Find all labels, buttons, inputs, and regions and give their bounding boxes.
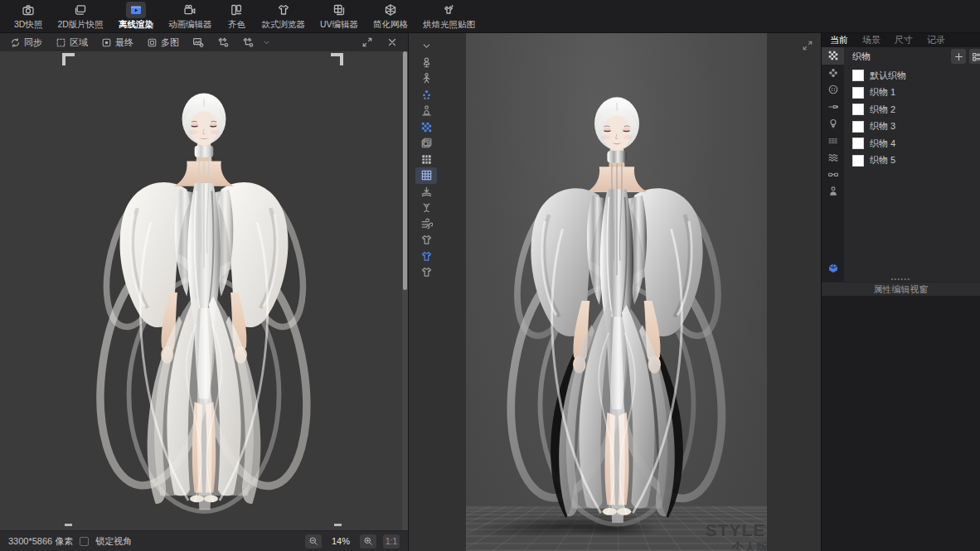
show-cloth-icon[interactable] <box>415 232 437 249</box>
list-view-icon <box>972 51 980 62</box>
list-view-toggle-button[interactable] <box>969 49 980 64</box>
object-type-strip <box>822 47 844 282</box>
fabric-swatch[interactable] <box>852 138 864 149</box>
cube-3d-icon[interactable] <box>822 260 844 278</box>
show-bone-icon[interactable] <box>415 70 437 87</box>
zipper-category-icon[interactable] <box>822 99 844 116</box>
actual-size-button[interactable]: 1:1 <box>383 534 400 549</box>
garment-settings-button[interactable] <box>212 34 234 51</box>
fabric-list-item[interactable]: 织物 5 <box>852 152 980 170</box>
crop-marker-bottom-right <box>334 524 342 526</box>
fabric-list-item[interactable]: 默认织物 <box>852 67 980 85</box>
crop-marker-bottom-left <box>65 524 72 526</box>
toolbar-label: UV编辑器 <box>320 19 358 31</box>
toolbar-item-2d-snapshot[interactable]: 2D版片快照 <box>50 0 110 33</box>
preview-scrollbar-thumb[interactable] <box>403 51 407 290</box>
fabric-swatch[interactable] <box>852 87 864 99</box>
zoom-level-value: 14% <box>328 536 353 546</box>
fabric-swatch[interactable] <box>852 70 864 81</box>
multi-image-icon <box>147 37 158 48</box>
viewport-expand-button[interactable] <box>802 40 813 51</box>
image-settings-button[interactable] <box>187 34 209 51</box>
toolbar-label: 款式浏览器 <box>261 19 305 31</box>
fabric-swatch[interactable] <box>852 121 864 133</box>
fabric-list-item[interactable]: 织物 2 <box>852 101 980 118</box>
region-icon <box>56 37 66 48</box>
glasses-category-icon[interactable] <box>822 167 844 184</box>
tab-scene[interactable]: 场景 <box>862 34 881 46</box>
expand-icon <box>361 36 373 48</box>
region-button[interactable]: 区域 <box>51 33 93 51</box>
button-category-icon[interactable] <box>822 81 844 99</box>
trim-category-icon[interactable] <box>822 65 844 82</box>
sync-button[interactable]: 同步 <box>5 33 47 51</box>
fabric-texture-icon[interactable] <box>415 119 437 136</box>
add-fabric-button[interactable] <box>951 49 966 64</box>
fabric-category-icon[interactable] <box>822 47 844 65</box>
zoom-out-button[interactable] <box>305 534 322 549</box>
zoom-in-icon <box>363 536 373 546</box>
toolbar-item-animation-editor[interactable]: 动画编辑器 <box>161 0 220 33</box>
tab-current[interactable]: 当前 <box>830 34 848 46</box>
crop-corner-top-left <box>62 53 75 65</box>
garment-settings-dropdown-button[interactable] <box>237 34 259 51</box>
fabric-list-item[interactable]: 织物 1 <box>852 85 980 102</box>
shirt-gear-icon <box>242 36 254 48</box>
render-preview-canvas[interactable] <box>0 51 408 530</box>
fabric-list-item[interactable]: 织物 3 <box>852 118 980 136</box>
shirring-category-icon[interactable] <box>822 149 844 167</box>
toolbar-label: 动画编辑器 <box>168 19 212 31</box>
shirt-gear-icon <box>217 36 229 48</box>
viewport-3d-canvas[interactable]: STYLE 3D 个人版 <box>466 33 767 551</box>
offline-render-icon <box>126 2 146 18</box>
property-editor-bar[interactable]: 属性编辑视窗 <box>822 282 980 296</box>
pattern-image-icon[interactable] <box>415 135 437 152</box>
render-status-bar: 3300*5866 像素 锁定视角 14% 1:1 <box>0 530 408 551</box>
pin-icon[interactable] <box>415 200 437 216</box>
camera-2d-icon <box>70 2 90 18</box>
light-category-icon[interactable] <box>822 115 844 133</box>
main-toolbar: 3D快照 2D版片快照 离线渲染 动画编辑器 齐色 款式浏览器 UV编辑器 简化… <box>0 0 980 33</box>
rendered-model-image <box>75 58 333 527</box>
toolbar-item-offline-render[interactable]: 离线渲染 <box>111 0 161 33</box>
gravity-icon[interactable] <box>415 184 437 201</box>
fabric-list-item[interactable]: 织物 4 <box>852 135 980 152</box>
camera-3d-icon <box>18 2 38 18</box>
panel-resize-handle[interactable]: •••••• <box>891 278 911 281</box>
solid-grid-icon[interactable] <box>415 152 437 168</box>
cloth-style-icon[interactable] <box>415 264 437 281</box>
image-gear-icon <box>192 36 204 48</box>
fabric-swatch[interactable] <box>852 104 864 115</box>
collapse-toolbar-icon[interactable] <box>415 38 437 55</box>
close-panel-button[interactable] <box>381 34 403 51</box>
toolbar-item-3d-snapshot[interactable]: 3D快照 <box>7 0 50 33</box>
expand-panel-button[interactable] <box>357 34 378 51</box>
toolbar-label: 齐色 <box>228 19 245 31</box>
toolbar-item-colorway[interactable]: 齐色 <box>219 0 254 33</box>
fabric-list-panel: 织物 默认织物 织物 1 <box>844 47 980 282</box>
select-cloth-icon[interactable] <box>415 249 437 265</box>
tab-size[interactable]: 尺寸 <box>895 34 913 46</box>
lock-view-label: 锁定视角 <box>95 535 132 548</box>
tab-history[interactable]: 记录 <box>927 34 945 46</box>
multi-image-button[interactable]: 多图 <box>142 33 184 51</box>
zoom-in-button[interactable] <box>360 534 376 549</box>
fabric-swatch[interactable] <box>852 155 864 167</box>
preview-scrollbar[interactable] <box>402 51 408 530</box>
final-button[interactable]: 最终 <box>96 33 138 51</box>
show-avatar-icon[interactable] <box>415 55 437 71</box>
toolbar-item-bake-lightmap[interactable]: 烘焙光照贴图 <box>415 0 483 33</box>
toolbar-item-uv-editor[interactable]: UV编辑器 <box>313 0 366 33</box>
toolbar-item-style-browser[interactable]: 款式浏览器 <box>254 0 313 33</box>
arrangement-points-icon[interactable] <box>415 87 437 104</box>
avatar-size-icon[interactable] <box>415 103 437 119</box>
chevron-down-icon[interactable] <box>262 38 272 47</box>
property-editor-title: 属性编辑视窗 <box>874 283 929 296</box>
avatar-category-icon[interactable] <box>822 183 844 201</box>
topstitch-category-icon[interactable] <box>822 133 844 150</box>
wind-icon[interactable] <box>415 216 437 233</box>
lock-view-checkbox[interactable] <box>80 537 89 546</box>
grid-display-icon[interactable] <box>415 167 437 184</box>
zoom-out-icon <box>308 536 318 546</box>
toolbar-item-simplify-mesh[interactable]: 简化网格 <box>366 0 415 33</box>
